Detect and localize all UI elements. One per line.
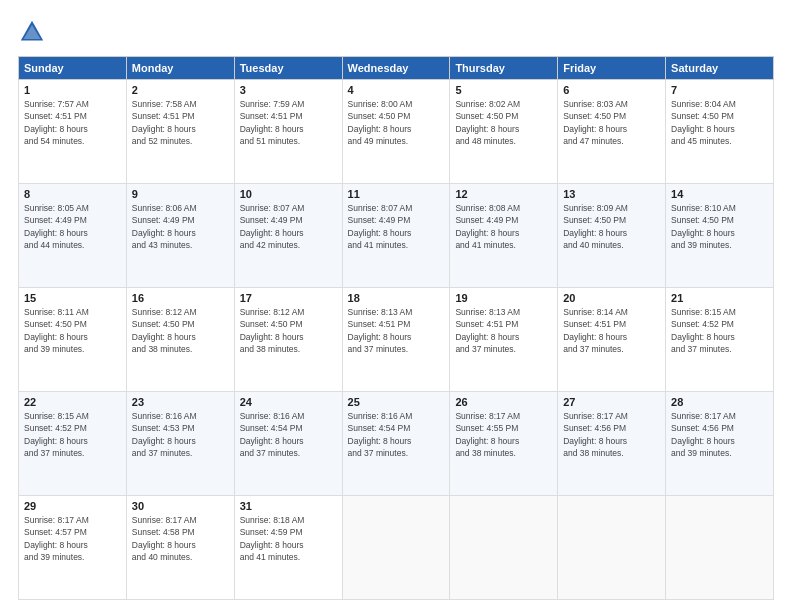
day-number: 17 — [240, 292, 337, 304]
day-info: Sunrise: 8:00 AM Sunset: 4:50 PM Dayligh… — [348, 98, 445, 147]
day-info: Sunrise: 8:18 AM Sunset: 4:59 PM Dayligh… — [240, 514, 337, 563]
day-cell: 29Sunrise: 8:17 AM Sunset: 4:57 PM Dayli… — [19, 496, 127, 600]
day-cell: 1Sunrise: 7:57 AM Sunset: 4:51 PM Daylig… — [19, 80, 127, 184]
day-number: 30 — [132, 500, 229, 512]
day-info: Sunrise: 8:16 AM Sunset: 4:53 PM Dayligh… — [132, 410, 229, 459]
day-cell: 16Sunrise: 8:12 AM Sunset: 4:50 PM Dayli… — [126, 288, 234, 392]
day-info: Sunrise: 8:17 AM Sunset: 4:57 PM Dayligh… — [24, 514, 121, 563]
header-cell-monday: Monday — [126, 57, 234, 80]
week-row-1: 1Sunrise: 7:57 AM Sunset: 4:51 PM Daylig… — [19, 80, 774, 184]
header — [18, 18, 774, 46]
day-number: 22 — [24, 396, 121, 408]
day-info: Sunrise: 8:17 AM Sunset: 4:56 PM Dayligh… — [563, 410, 660, 459]
week-row-2: 8Sunrise: 8:05 AM Sunset: 4:49 PM Daylig… — [19, 184, 774, 288]
day-number: 23 — [132, 396, 229, 408]
day-number: 28 — [671, 396, 768, 408]
day-number: 20 — [563, 292, 660, 304]
day-number: 16 — [132, 292, 229, 304]
day-cell: 25Sunrise: 8:16 AM Sunset: 4:54 PM Dayli… — [342, 392, 450, 496]
day-cell: 5Sunrise: 8:02 AM Sunset: 4:50 PM Daylig… — [450, 80, 558, 184]
day-number: 5 — [455, 84, 552, 96]
header-cell-saturday: Saturday — [666, 57, 774, 80]
day-number: 6 — [563, 84, 660, 96]
day-cell — [666, 496, 774, 600]
day-info: Sunrise: 8:17 AM Sunset: 4:58 PM Dayligh… — [132, 514, 229, 563]
day-cell: 30Sunrise: 8:17 AM Sunset: 4:58 PM Dayli… — [126, 496, 234, 600]
day-cell: 24Sunrise: 8:16 AM Sunset: 4:54 PM Dayli… — [234, 392, 342, 496]
day-number: 7 — [671, 84, 768, 96]
day-number: 31 — [240, 500, 337, 512]
week-row-3: 15Sunrise: 8:11 AM Sunset: 4:50 PM Dayli… — [19, 288, 774, 392]
day-info: Sunrise: 8:13 AM Sunset: 4:51 PM Dayligh… — [455, 306, 552, 355]
day-info: Sunrise: 8:07 AM Sunset: 4:49 PM Dayligh… — [348, 202, 445, 251]
day-cell — [450, 496, 558, 600]
day-cell: 19Sunrise: 8:13 AM Sunset: 4:51 PM Dayli… — [450, 288, 558, 392]
day-info: Sunrise: 8:03 AM Sunset: 4:50 PM Dayligh… — [563, 98, 660, 147]
day-cell: 27Sunrise: 8:17 AM Sunset: 4:56 PM Dayli… — [558, 392, 666, 496]
day-number: 12 — [455, 188, 552, 200]
day-info: Sunrise: 8:08 AM Sunset: 4:49 PM Dayligh… — [455, 202, 552, 251]
day-info: Sunrise: 8:16 AM Sunset: 4:54 PM Dayligh… — [348, 410, 445, 459]
day-number: 26 — [455, 396, 552, 408]
day-cell: 23Sunrise: 8:16 AM Sunset: 4:53 PM Dayli… — [126, 392, 234, 496]
day-info: Sunrise: 7:58 AM Sunset: 4:51 PM Dayligh… — [132, 98, 229, 147]
day-cell: 20Sunrise: 8:14 AM Sunset: 4:51 PM Dayli… — [558, 288, 666, 392]
header-row: SundayMondayTuesdayWednesdayThursdayFrid… — [19, 57, 774, 80]
day-number: 11 — [348, 188, 445, 200]
week-row-5: 29Sunrise: 8:17 AM Sunset: 4:57 PM Dayli… — [19, 496, 774, 600]
header-cell-tuesday: Tuesday — [234, 57, 342, 80]
day-info: Sunrise: 8:13 AM Sunset: 4:51 PM Dayligh… — [348, 306, 445, 355]
day-cell: 3Sunrise: 7:59 AM Sunset: 4:51 PM Daylig… — [234, 80, 342, 184]
day-info: Sunrise: 8:06 AM Sunset: 4:49 PM Dayligh… — [132, 202, 229, 251]
day-number: 18 — [348, 292, 445, 304]
day-info: Sunrise: 8:05 AM Sunset: 4:49 PM Dayligh… — [24, 202, 121, 251]
day-cell: 2Sunrise: 7:58 AM Sunset: 4:51 PM Daylig… — [126, 80, 234, 184]
day-number: 9 — [132, 188, 229, 200]
day-info: Sunrise: 8:09 AM Sunset: 4:50 PM Dayligh… — [563, 202, 660, 251]
day-info: Sunrise: 8:17 AM Sunset: 4:55 PM Dayligh… — [455, 410, 552, 459]
calendar-table: SundayMondayTuesdayWednesdayThursdayFrid… — [18, 56, 774, 600]
day-cell: 21Sunrise: 8:15 AM Sunset: 4:52 PM Dayli… — [666, 288, 774, 392]
day-number: 24 — [240, 396, 337, 408]
page: SundayMondayTuesdayWednesdayThursdayFrid… — [0, 0, 792, 612]
day-number: 29 — [24, 500, 121, 512]
day-info: Sunrise: 8:15 AM Sunset: 4:52 PM Dayligh… — [671, 306, 768, 355]
day-cell: 4Sunrise: 8:00 AM Sunset: 4:50 PM Daylig… — [342, 80, 450, 184]
day-cell: 9Sunrise: 8:06 AM Sunset: 4:49 PM Daylig… — [126, 184, 234, 288]
day-cell: 6Sunrise: 8:03 AM Sunset: 4:50 PM Daylig… — [558, 80, 666, 184]
day-cell: 31Sunrise: 8:18 AM Sunset: 4:59 PM Dayli… — [234, 496, 342, 600]
logo-icon — [18, 18, 46, 46]
day-cell: 15Sunrise: 8:11 AM Sunset: 4:50 PM Dayli… — [19, 288, 127, 392]
day-cell: 17Sunrise: 8:12 AM Sunset: 4:50 PM Dayli… — [234, 288, 342, 392]
day-number: 14 — [671, 188, 768, 200]
day-cell: 22Sunrise: 8:15 AM Sunset: 4:52 PM Dayli… — [19, 392, 127, 496]
day-info: Sunrise: 8:12 AM Sunset: 4:50 PM Dayligh… — [240, 306, 337, 355]
day-cell: 13Sunrise: 8:09 AM Sunset: 4:50 PM Dayli… — [558, 184, 666, 288]
day-cell: 26Sunrise: 8:17 AM Sunset: 4:55 PM Dayli… — [450, 392, 558, 496]
day-info: Sunrise: 8:10 AM Sunset: 4:50 PM Dayligh… — [671, 202, 768, 251]
day-number: 19 — [455, 292, 552, 304]
header-cell-friday: Friday — [558, 57, 666, 80]
day-cell: 18Sunrise: 8:13 AM Sunset: 4:51 PM Dayli… — [342, 288, 450, 392]
day-number: 4 — [348, 84, 445, 96]
day-cell — [558, 496, 666, 600]
day-number: 1 — [24, 84, 121, 96]
day-number: 10 — [240, 188, 337, 200]
day-info: Sunrise: 8:02 AM Sunset: 4:50 PM Dayligh… — [455, 98, 552, 147]
header-cell-thursday: Thursday — [450, 57, 558, 80]
day-info: Sunrise: 8:17 AM Sunset: 4:56 PM Dayligh… — [671, 410, 768, 459]
header-cell-wednesday: Wednesday — [342, 57, 450, 80]
week-row-4: 22Sunrise: 8:15 AM Sunset: 4:52 PM Dayli… — [19, 392, 774, 496]
day-cell — [342, 496, 450, 600]
day-number: 21 — [671, 292, 768, 304]
day-number: 25 — [348, 396, 445, 408]
day-info: Sunrise: 8:11 AM Sunset: 4:50 PM Dayligh… — [24, 306, 121, 355]
day-number: 2 — [132, 84, 229, 96]
day-info: Sunrise: 7:59 AM Sunset: 4:51 PM Dayligh… — [240, 98, 337, 147]
day-cell: 7Sunrise: 8:04 AM Sunset: 4:50 PM Daylig… — [666, 80, 774, 184]
day-number: 3 — [240, 84, 337, 96]
day-cell: 12Sunrise: 8:08 AM Sunset: 4:49 PM Dayli… — [450, 184, 558, 288]
day-cell: 28Sunrise: 8:17 AM Sunset: 4:56 PM Dayli… — [666, 392, 774, 496]
header-cell-sunday: Sunday — [19, 57, 127, 80]
day-info: Sunrise: 8:15 AM Sunset: 4:52 PM Dayligh… — [24, 410, 121, 459]
